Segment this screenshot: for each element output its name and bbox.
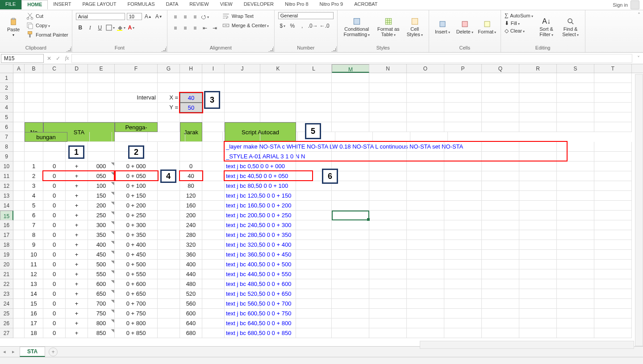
cell-I11[interactable] [202, 171, 225, 181]
cell-M26[interactable] [332, 318, 369, 328]
cell-R6[interactable] [519, 122, 557, 132]
cell-K24[interactable] [260, 299, 296, 309]
col-header-F[interactable]: F [115, 64, 158, 73]
cell-S16[interactable] [557, 220, 594, 230]
cell-C9[interactable] [43, 152, 66, 161]
cell-H2[interactable] [180, 83, 202, 93]
cell-L17[interactable] [296, 230, 332, 240]
cell-T13[interactable] [594, 191, 632, 201]
cell-P19[interactable] [444, 250, 482, 260]
row-header-24[interactable]: 24 [0, 299, 13, 309]
cell-styles-button[interactable]: Cell Styles [405, 12, 425, 42]
cell-N22[interactable] [369, 279, 407, 289]
formula-input[interactable] [71, 54, 632, 63]
cell-G8[interactable] [158, 142, 180, 152]
cell-P1[interactable] [444, 73, 482, 83]
cell-M20[interactable] [332, 260, 369, 269]
cell-I24[interactable] [202, 299, 225, 309]
cell-O17[interactable] [407, 230, 444, 240]
cell-H24[interactable]: 560 [180, 299, 202, 309]
cell-N18[interactable] [369, 240, 407, 250]
cell-O18[interactable] [407, 240, 444, 250]
cell-N6[interactable] [369, 122, 407, 132]
cell-T12[interactable] [594, 181, 632, 191]
cell-D20[interactable]: + [66, 260, 88, 269]
cell-M22[interactable] [332, 279, 369, 289]
cell-B20[interactable]: 11 [25, 260, 43, 269]
cell-A12[interactable] [13, 181, 25, 191]
cell-L3[interactable] [296, 93, 332, 103]
cell-M23[interactable] [332, 289, 369, 299]
cell-S10[interactable] [557, 161, 594, 171]
cell-E20[interactable]: 500 [88, 260, 115, 269]
cell-G16[interactable] [158, 220, 180, 230]
cell-N16[interactable] [369, 220, 407, 230]
cell-T23[interactable] [594, 289, 632, 299]
cell-E10[interactable]: 000 [88, 161, 115, 171]
cell-T6[interactable] [594, 122, 632, 132]
cell-P26[interactable] [444, 318, 482, 328]
cell-C11[interactable]: 0 [43, 171, 66, 181]
cell-L16[interactable] [296, 220, 332, 230]
increase-indent-button[interactable]: ⇥ [210, 24, 219, 33]
cell-N3[interactable] [369, 93, 407, 103]
tab-home[interactable]: HOME [21, 0, 48, 9]
cell-L26[interactable] [296, 318, 332, 328]
cell-F13[interactable]: 0 + 150 [115, 191, 158, 201]
cell-M18[interactable] [332, 240, 369, 250]
cell-Q10[interactable] [482, 161, 519, 171]
cell-Q2[interactable] [482, 83, 519, 93]
cell-S13[interactable] [557, 191, 594, 201]
cell-S2[interactable] [557, 83, 594, 93]
cell-P10[interactable] [444, 161, 482, 171]
cell-E19[interactable]: 450 [88, 250, 115, 260]
cell-L23[interactable] [296, 289, 332, 299]
align-right-button[interactable]: ≡ [191, 24, 200, 33]
cell-T22[interactable] [594, 279, 632, 289]
cell-S5[interactable] [557, 112, 594, 122]
tab-file[interactable]: FILE [0, 0, 21, 9]
cell-E3[interactable] [88, 93, 115, 103]
cell-T17[interactable] [594, 230, 632, 240]
cell-A2[interactable] [13, 83, 25, 93]
row-header-13[interactable]: 13 [0, 191, 13, 201]
cell-A19[interactable] [13, 250, 25, 260]
cell-F12[interactable]: 0 + 100 [115, 181, 158, 191]
cell-H19[interactable]: 360 [180, 250, 202, 260]
cell-R10[interactable] [519, 161, 557, 171]
cell-B5[interactable] [25, 112, 43, 122]
row-header-2[interactable]: 2 [0, 83, 13, 93]
cell-K16[interactable] [260, 220, 296, 230]
cell-R20[interactable] [519, 260, 557, 269]
tab-formulas[interactable]: FORMULAS [122, 0, 160, 9]
cell-C18[interactable]: 0 [43, 240, 66, 250]
cell-R12[interactable] [519, 181, 557, 191]
cell-F22[interactable]: 0 + 600 [115, 279, 158, 289]
cell-T5[interactable] [594, 112, 632, 122]
row-header-23[interactable]: 23 [0, 289, 13, 299]
cell-J26[interactable]: text j bc 640,50 0 0 + 800 [225, 318, 260, 328]
cell-S27[interactable] [557, 328, 594, 338]
cell-H25[interactable]: 600 [180, 309, 202, 318]
cell-C5[interactable] [43, 112, 66, 122]
cell-Q13[interactable] [482, 191, 519, 201]
sheet-tab-sta[interactable]: STA [20, 347, 45, 357]
cell-N1[interactable] [369, 73, 407, 83]
tab-nitro9[interactable]: Nitro Pro 9 [314, 0, 349, 9]
cell-D14[interactable]: + [66, 201, 88, 211]
cell-H9[interactable] [180, 152, 202, 161]
cell-O4[interactable] [407, 103, 444, 112]
cell-G17[interactable] [158, 230, 180, 240]
cell-C26[interactable]: 0 [43, 318, 66, 328]
cell-T7[interactable] [410, 132, 448, 142]
cell-R27[interactable] [519, 328, 557, 338]
cell-A15[interactable] [13, 211, 25, 220]
wrap-text-button[interactable]: Wrap Text [222, 12, 269, 20]
row-header-18[interactable]: 18 [0, 240, 13, 250]
cell-B14[interactable]: 5 [25, 201, 43, 211]
cell-N13[interactable] [369, 191, 407, 201]
cell-J21[interactable]: text j bc 440,50 0 0 + 550 [225, 269, 260, 279]
cell-A10[interactable] [13, 161, 25, 171]
cell-I5[interactable] [202, 112, 225, 122]
cell-Q19[interactable] [482, 250, 519, 260]
